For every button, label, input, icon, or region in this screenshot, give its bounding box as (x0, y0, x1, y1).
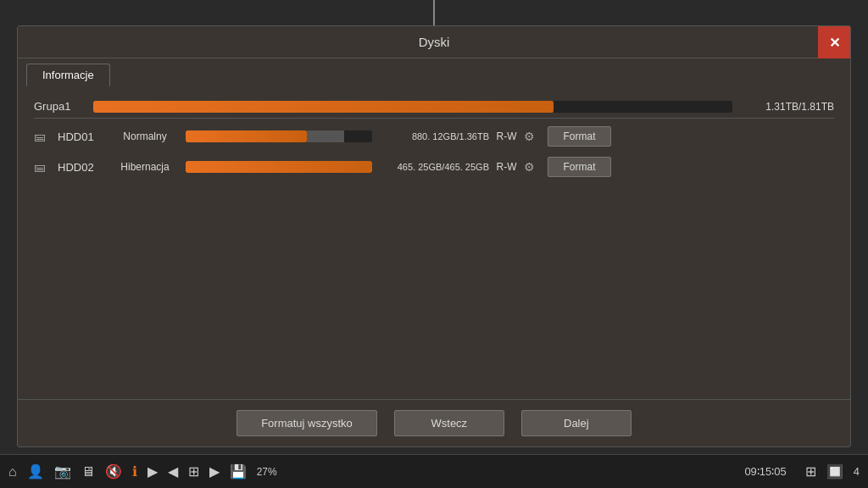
dialog-titlebar: Dyski ✕ (18, 26, 850, 58)
tab-informacje[interactable]: Informacje (26, 64, 110, 86)
qr-icon[interactable]: ⊞ (805, 463, 816, 480)
group-size: 1.31TB/1.81TB (741, 101, 834, 113)
hdd-row-0: 🖴 HDD01 Normalny 880. 12GB/1.36TB R-W ⚙ … (31, 122, 837, 151)
next-button[interactable]: Dalej (521, 410, 632, 436)
hdd-status-0: Normalny (111, 130, 179, 142)
group-progress-fill (93, 101, 554, 113)
grid-icon[interactable]: ⊞ (188, 463, 199, 480)
hdd-rw-0: R-W (496, 130, 517, 142)
hdd-icon[interactable]: 💾 (230, 463, 247, 480)
next-icon[interactable]: ▶ (209, 463, 220, 480)
dialog-title: Dyski (419, 35, 450, 49)
hdd-size-1: 465. 25GB/465. 25GB (379, 162, 489, 172)
hdd-drive-icon-1: 🖴 (34, 160, 51, 174)
page-number: 4 (854, 465, 860, 478)
hdd-percent: 27% (257, 466, 277, 478)
clock: 09∶15∶05 (744, 465, 786, 478)
hdd-drive-icon-0: 🖴 (34, 130, 51, 143)
tab-bar: Informacje (18, 58, 850, 86)
group-label: Grupa1 (34, 100, 85, 113)
hdd-format-button-1[interactable]: Format (548, 157, 611, 177)
hdd-bar-1 (186, 161, 372, 173)
hdd-name-0: HDD01 (58, 130, 104, 143)
prev-icon[interactable]: ◀ (168, 463, 178, 480)
dialog-footer: Formatuj wszystko Wstecz Dalej (18, 399, 850, 446)
monitor-icon[interactable]: 🖥 (81, 464, 95, 480)
close-button[interactable]: ✕ (818, 26, 850, 58)
network-icon[interactable]: 🔲 (826, 463, 843, 480)
hdd-bar-fill-1 (186, 161, 372, 173)
hdd-bar-gray-0 (307, 130, 344, 142)
top-indicator (433, 0, 435, 25)
group-divider (34, 118, 834, 119)
info-icon[interactable]: ℹ (132, 463, 137, 480)
hdd-gear-0[interactable]: ⚙ (524, 130, 541, 143)
main-dialog: Dyski ✕ Informacje Grupa1 1.31TB/1.81TB … (17, 25, 851, 447)
mute-icon[interactable]: 🔇 (105, 463, 122, 480)
dialog-content: Grupa1 1.31TB/1.81TB 🖴 HDD01 Normalny 88… (18, 86, 850, 399)
hdd-row-1: 🖴 HDD02 Hibernacja 465. 25GB/465. 25GB R… (31, 152, 837, 181)
play-icon[interactable]: ▶ (147, 463, 158, 480)
hdd-name-1: HDD02 (58, 161, 104, 174)
hdd-format-button-0[interactable]: Format (548, 126, 611, 147)
hdd-status-1: Hibernacja (111, 161, 179, 173)
hdd-size-0: 880. 12GB/1.36TB (379, 131, 489, 141)
back-button[interactable]: Wstecz (394, 410, 504, 436)
hdd-gear-1[interactable]: ⚙ (524, 160, 541, 174)
user-icon[interactable]: 👤 (27, 463, 44, 480)
group-progress-bar (93, 101, 732, 113)
camera-icon[interactable]: 📷 (54, 463, 71, 480)
hdd-list: 🖴 HDD01 Normalny 880. 12GB/1.36TB R-W ⚙ … (31, 122, 837, 181)
hdd-bar-0 (186, 130, 372, 142)
format-all-button[interactable]: Formatuj wszystko (236, 410, 377, 436)
hdd-rw-1: R-W (496, 161, 517, 173)
group-row: Grupa1 1.31TB/1.81TB (31, 95, 837, 118)
taskbar: ⌂ 👤 📷 🖥 🔇 ℹ ▶ ◀ ⊞ ▶ 💾 27% 09∶15∶05 ⊞ 🔲 4 (0, 454, 868, 488)
home-icon[interactable]: ⌂ (8, 464, 17, 480)
hdd-bar-fill-0 (186, 130, 307, 142)
